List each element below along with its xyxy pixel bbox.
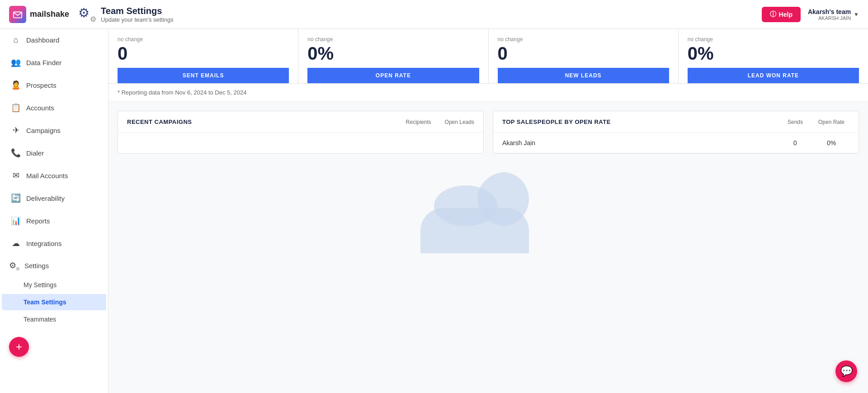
header-right: ⓘ Help Akarsh's team AKARSH JAIN ▼	[762, 7, 859, 22]
help-icon: ⓘ	[770, 10, 776, 19]
title-text: Team Settings Update your team's setting…	[101, 6, 174, 23]
nav-sub-item-teammates[interactable]: Teammates	[2, 311, 106, 327]
nav-label: Deliverability	[26, 194, 65, 202]
recent-campaigns-card: RECENT CAMPAIGNS Recipients Open Leads	[118, 111, 484, 154]
salesperson-open-rate: 0%	[813, 139, 849, 147]
stat-value-won: 0%	[688, 44, 859, 62]
page-title: Team Settings	[101, 6, 174, 16]
nav-label: Integrations	[26, 240, 61, 247]
dashboard-content: RECENT CAMPAIGNS Recipients Open Leads T…	[108, 102, 868, 163]
salespeople-row: Akarsh Jain 0 0%	[493, 133, 859, 153]
illustration-area	[108, 163, 868, 253]
nav-label: Data Finder	[26, 59, 61, 66]
fab-add-button[interactable]: +	[9, 337, 29, 357]
lead-won-button[interactable]: LEAD WON RATE	[688, 68, 859, 83]
salesperson-sends: 0	[777, 139, 813, 147]
page-title-section: ⚙ ⚙ Team Settings Update your team's set…	[78, 5, 174, 24]
main-layout: ⌂ Dashboard 👥 Data Finder 🙎 Prospects 📋 …	[0, 29, 868, 393]
nav-item-deliverability[interactable]: 🔄 Deliverability	[2, 187, 106, 209]
stat-card-sent-emails: no change 0 SENT EMAILS	[108, 29, 298, 83]
stat-card-open-rate: no change 0% OPEN RATE	[298, 29, 488, 83]
cloud-body	[420, 208, 529, 253]
home-icon: ⌂	[11, 35, 21, 45]
main-content: no change 0 SENT EMAILS no change 0% OPE…	[108, 29, 868, 393]
nav-item-dashboard[interactable]: ⌂ Dashboard	[2, 29, 106, 51]
my-settings-label: My Settings	[24, 281, 57, 289]
mail-accounts-icon: ✉	[11, 170, 21, 180]
stat-card-lead-won: no change 0% LEAD WON RATE	[679, 29, 868, 83]
chat-icon: 💬	[840, 365, 853, 377]
stat-change-sent: no change	[118, 36, 289, 43]
teammates-label: Teammates	[24, 316, 56, 323]
reporting-note: * Reporting data from Nov 6, 2024 to Dec…	[108, 84, 868, 102]
new-leads-button[interactable]: NEW LEADS	[498, 68, 669, 83]
user-name: AKARSH JAIN	[808, 15, 851, 21]
settings-icon-wrap: ⚙ ⚙	[9, 260, 19, 270]
stats-row: no change 0 SENT EMAILS no change 0% OPE…	[108, 29, 868, 84]
nav-sub-item-my-settings[interactable]: My Settings	[2, 277, 106, 293]
nav-item-accounts[interactable]: 📋 Accounts	[2, 97, 106, 118]
salespeople-title: TOP SALESPEOPLE BY OPEN RATE	[502, 118, 777, 125]
settings-section[interactable]: ⚙ ⚙ Settings	[0, 255, 108, 276]
nav-label: Prospects	[26, 81, 57, 89]
reporting-note-text: * Reporting data from Nov 6, 2024 to Dec…	[118, 89, 246, 96]
chat-button[interactable]: 💬	[835, 360, 857, 382]
settings-gear-small-icon: ⚙	[16, 266, 20, 271]
stat-value-sent: 0	[118, 44, 289, 62]
nav-item-prospects[interactable]: 🙎 Prospects	[2, 74, 106, 96]
nav-item-data-finder[interactable]: 👥 Data Finder	[2, 52, 106, 73]
stat-value-leads: 0	[498, 44, 669, 62]
nav-label: Dashboard	[26, 36, 59, 44]
chevron-down-icon: ▼	[854, 11, 859, 18]
col-open-leads: Open Leads	[445, 119, 474, 125]
nav-label: Mail Accounts	[26, 172, 68, 180]
user-section[interactable]: Akarsh's team AKARSH JAIN ▼	[808, 8, 859, 21]
header-left: mailshake ⚙ ⚙ Team Settings Update your …	[9, 5, 174, 24]
dialer-icon: 📞	[11, 148, 21, 158]
nav-label: Campaigns	[26, 127, 61, 134]
cloud-illustration	[420, 163, 556, 253]
app-header: mailshake ⚙ ⚙ Team Settings Update your …	[0, 0, 868, 29]
user-team: Akarsh's team	[808, 8, 851, 15]
stat-card-new-leads: no change 0 NEW LEADS	[489, 29, 679, 83]
reports-icon: 📊	[11, 216, 21, 226]
page-subtitle: Update your team's settings	[101, 16, 174, 23]
gear-main-icon: ⚙	[78, 5, 90, 20]
salespeople-header: TOP SALESPEOPLE BY OPEN RATE Sends Open …	[493, 111, 859, 133]
accounts-icon: 📋	[11, 103, 21, 113]
sidebar: ⌂ Dashboard 👥 Data Finder 🙎 Prospects 📋 …	[0, 29, 108, 393]
help-button[interactable]: ⓘ Help	[762, 7, 801, 22]
top-salespeople-card: TOP SALESPEOPLE BY OPEN RATE Sends Open …	[493, 111, 859, 154]
stat-change-leads: no change	[498, 36, 669, 43]
open-rate-button[interactable]: OPEN RATE	[307, 68, 479, 83]
logo-icon	[9, 6, 26, 23]
nav-item-integrations[interactable]: ☁ Integrations	[2, 232, 106, 254]
sent-emails-button[interactable]: SENT EMAILS	[118, 68, 289, 83]
logo[interactable]: mailshake	[9, 6, 69, 23]
stat-change-won: no change	[688, 36, 859, 43]
nav-item-dialer[interactable]: 📞 Dialer	[2, 142, 106, 164]
settings-label: Settings	[24, 262, 49, 270]
gear-small-icon: ⚙	[90, 15, 96, 24]
user-info: Akarsh's team AKARSH JAIN	[808, 8, 851, 21]
nav-label: Dialer	[26, 149, 44, 157]
nav-item-campaigns[interactable]: ✈ Campaigns	[2, 119, 106, 141]
team-settings-label: Team Settings	[24, 298, 66, 306]
salesperson-name: Akarsh Jain	[502, 139, 777, 147]
data-finder-icon: 👥	[11, 57, 21, 67]
nav-item-reports[interactable]: 📊 Reports	[2, 210, 106, 232]
deliverability-icon: 🔄	[11, 193, 21, 203]
recent-campaigns-title: RECENT CAMPAIGNS	[127, 118, 192, 125]
help-label: Help	[779, 11, 793, 18]
recent-campaigns-cols: Recipients Open Leads	[406, 119, 474, 125]
nav-label: Reports	[26, 217, 50, 225]
integrations-icon: ☁	[11, 238, 21, 248]
gear-icons: ⚙ ⚙	[78, 5, 96, 24]
nav-item-mail-accounts[interactable]: ✉ Mail Accounts	[2, 165, 106, 186]
nav-label: Accounts	[26, 104, 54, 112]
logo-text: mailshake	[30, 9, 69, 19]
col-recipients: Recipients	[406, 119, 431, 125]
nav-sub-item-team-settings[interactable]: Team Settings	[2, 294, 106, 310]
stat-value-open: 0%	[307, 44, 479, 62]
col-sends: Sends	[777, 119, 813, 125]
